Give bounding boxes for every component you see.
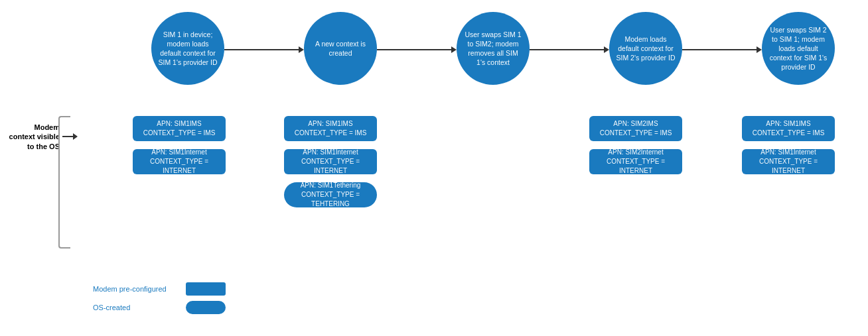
circle-3: User swaps SIM 1 to SIM2; modem removes … [457, 12, 530, 85]
circle-4: Modem loads default context for SIM 2's … [609, 12, 682, 85]
legend: Modem pre-configured OS-created [93, 282, 226, 319]
box-4-internet: APN: SIM2InternetCONTEXT_TYPE = INTERNET [589, 149, 682, 174]
arrow-4 [682, 46, 762, 53]
box-2-ims: APN: SIM1IMSCONTEXT_TYPE = IMS [284, 116, 377, 141]
legend-pill-icon [186, 301, 226, 314]
box-1-ims: APN: SIM1IMSCONTEXT_TYPE = IMS [133, 116, 226, 141]
circle-2: A new context is created [304, 12, 377, 85]
os-label-text: Modem context visible to the OS [7, 123, 60, 151]
legend-rect-icon [186, 282, 226, 296]
arrow-2 [377, 46, 457, 53]
os-bracket [58, 116, 70, 249]
circle-1: SIM 1 in device; modem loads default con… [151, 12, 224, 85]
box-5-ims: APN: SIM1IMSCONTEXT_TYPE = IMS [742, 116, 835, 141]
circle-5: User swaps SIM 2 to SIM 1; modem loads d… [762, 12, 835, 85]
box-4-ims: APN: SIM2IMSCONTEXT_TYPE = IMS [589, 116, 682, 141]
box-2-internet: APN: SIM1InternetCONTEXT_TYPE = INTERNET [284, 149, 377, 174]
legend-item-os-created: OS-created [93, 301, 226, 314]
legend-label-preconfigured: Modem pre-configured [93, 285, 186, 293]
arrow-3 [530, 46, 609, 53]
box-2-tethering: APN: SIM1TetheringCONTEXT_TYPE = TEHTERI… [284, 182, 377, 207]
legend-item-preconfigured: Modem pre-configured [93, 282, 226, 296]
diagram-container: SIM 1 in device; modem loads default con… [0, 0, 868, 336]
legend-label-os-created: OS-created [93, 304, 186, 311]
box-1-internet: APN: SIM1InternetCONTEXT_TYPE = INTERNET [133, 149, 226, 174]
arrow-1 [224, 46, 304, 53]
box-5-internet: APN: SIM1InternetCONTEXT_TYPE = INTERNET [742, 149, 835, 174]
